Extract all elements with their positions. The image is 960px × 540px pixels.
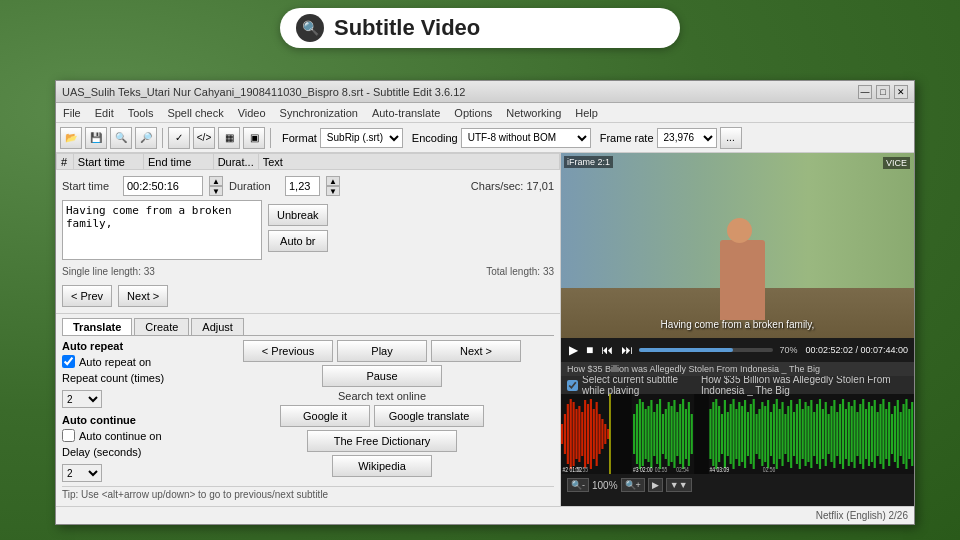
check-button[interactable]: ✓	[168, 127, 190, 149]
waveform-extra-button[interactable]: ▼▼	[666, 478, 692, 492]
play-video-button[interactable]: ▶	[567, 343, 580, 357]
close-button[interactable]: ✕	[894, 85, 908, 99]
unbreak-button[interactable]: Unbreak	[268, 204, 328, 226]
time-display: 00:02:52:02 / 00:07:44:00	[805, 345, 908, 355]
toolbar: 📂 💾 🔍 🔎 ✓ </> ▦ ▣ Format SubRip (.srt) E…	[56, 123, 914, 153]
app-title: Subtitle Video	[334, 15, 480, 41]
tool2-button[interactable]: ▣	[243, 127, 265, 149]
start-time-input[interactable]	[123, 176, 203, 196]
svg-rect-2	[567, 404, 569, 464]
duration-input[interactable]	[285, 176, 320, 196]
waveform-title: How $35 Billion was Allegedly Stolen Fro…	[701, 376, 908, 396]
wikipedia-button[interactable]: Wikipedia	[332, 455, 432, 477]
status-text: Netflix (English) 2/26	[816, 510, 908, 521]
menu-spell[interactable]: Spell check	[164, 106, 226, 120]
svg-rect-17	[610, 394, 632, 474]
svg-rect-35	[682, 399, 684, 469]
menu-edit[interactable]: Edit	[92, 106, 117, 120]
video-controls: ▶ ■ ⏮ ⏭ 70% 00:02:52:02 / 00:07:44:00	[561, 338, 914, 362]
next-frame-button[interactable]: ⏭	[619, 343, 635, 357]
separator2	[270, 128, 271, 148]
free-dict-button[interactable]: The Free Dictionary	[307, 430, 457, 452]
prev-button[interactable]: < Prev	[62, 285, 112, 307]
search-online-label: Search text online	[210, 390, 554, 402]
repeat-count-select[interactable]: 2	[62, 390, 102, 408]
menu-file[interactable]: File	[60, 106, 84, 120]
search-button[interactable]: 🔍	[110, 127, 132, 149]
open-button[interactable]: 📂	[60, 127, 82, 149]
previous-button[interactable]: < Previous	[243, 340, 333, 362]
svg-rect-96	[871, 406, 873, 462]
separator	[162, 128, 163, 148]
menu-options[interactable]: Options	[451, 106, 495, 120]
zoom-in-button[interactable]: 🔍+	[621, 478, 645, 492]
waveform-checkbox[interactable]	[567, 380, 578, 391]
duration-up[interactable]: ▲	[326, 176, 340, 186]
waveform-play-button[interactable]: ▶	[648, 478, 663, 492]
menu-video[interactable]: Video	[235, 106, 269, 120]
waveform-container: Select current subtitle while playing Ho…	[561, 376, 914, 506]
menu-translate[interactable]: Auto-translate	[369, 106, 443, 120]
svg-rect-27	[659, 399, 661, 469]
top-search-bar: 🔍 Subtitle Video	[280, 8, 680, 48]
svg-rect-46	[727, 412, 729, 456]
auto-br-button[interactable]: Auto br	[268, 230, 328, 252]
start-time-up[interactable]: ▲	[209, 176, 223, 186]
svg-rect-56	[756, 414, 758, 454]
svg-rect-34	[679, 404, 681, 464]
framerate-select[interactable]: 23,976	[657, 128, 717, 148]
status-bar: Netflix (English) 2/26	[56, 506, 914, 524]
iframe-label: iFrame 2:1	[564, 156, 613, 168]
svg-rect-31	[671, 406, 673, 462]
format-select[interactable]: SubRip (.srt)	[320, 128, 403, 148]
google-it-button[interactable]: Google it	[280, 405, 370, 427]
google-translate-button[interactable]: Google translate	[374, 405, 484, 427]
tab-adjust[interactable]: Adjust	[191, 318, 244, 335]
code-button[interactable]: </>	[193, 127, 215, 149]
auto-continue-checkbox[interactable]	[62, 429, 75, 442]
playback-row: < Previous Play Next >	[210, 340, 554, 362]
maximize-button[interactable]: □	[876, 85, 890, 99]
save-button[interactable]: 💾	[85, 127, 107, 149]
pause-button[interactable]: Pause	[322, 365, 442, 387]
play-button[interactable]: Play	[337, 340, 427, 362]
subtitle-text-input[interactable]: Having come from a broken family,	[62, 200, 262, 260]
minimize-button[interactable]: —	[858, 85, 872, 99]
menu-networking[interactable]: Networking	[503, 106, 564, 120]
stop-video-button[interactable]: ■	[584, 343, 595, 357]
tip-bar: Tip: Use <alt+arrow up/down> to go to pr…	[62, 486, 554, 502]
start-time-down[interactable]: ▼	[209, 186, 223, 196]
tool1-button[interactable]: ▦	[218, 127, 240, 149]
svg-rect-4	[573, 402, 575, 466]
zoom-out-button[interactable]: 🔍-	[567, 478, 589, 492]
svg-rect-80	[825, 402, 827, 466]
tab-translate[interactable]: Translate	[62, 318, 132, 335]
svg-rect-42	[715, 399, 717, 469]
svg-rect-61	[770, 412, 772, 456]
search2-button[interactable]: 🔎	[135, 127, 157, 149]
zoom-label: 100%	[592, 480, 618, 491]
svg-rect-84	[836, 412, 838, 456]
encoding-select[interactable]: UTF-8 without BOM	[461, 128, 591, 148]
svg-rect-58	[761, 402, 763, 466]
framerate-extra[interactable]: ...	[720, 127, 742, 149]
menu-sync[interactable]: Synchronization	[277, 106, 361, 120]
svg-rect-53	[747, 412, 749, 456]
duration-down[interactable]: ▼	[326, 186, 340, 196]
tab-create[interactable]: Create	[134, 318, 189, 335]
prev-frame-button[interactable]: ⏮	[599, 343, 615, 357]
svg-rect-39	[694, 394, 708, 474]
svg-rect-12	[596, 402, 598, 466]
auto-repeat-checkbox[interactable]	[62, 355, 75, 368]
delay-select[interactable]: 2	[62, 464, 102, 482]
menu-tools[interactable]: Tools	[125, 106, 157, 120]
window-title: UAS_Sulih Teks_Utari Nur Cahyani_1908411…	[62, 86, 465, 98]
next-button[interactable]: Next >	[118, 285, 168, 307]
svg-rect-51	[741, 406, 743, 462]
svg-rect-82	[830, 406, 832, 462]
window-controls: — □ ✕	[858, 85, 908, 99]
next-playback-button[interactable]: Next >	[431, 340, 521, 362]
svg-rect-16	[607, 429, 609, 439]
progress-bar[interactable]	[639, 348, 773, 352]
menu-help[interactable]: Help	[572, 106, 601, 120]
